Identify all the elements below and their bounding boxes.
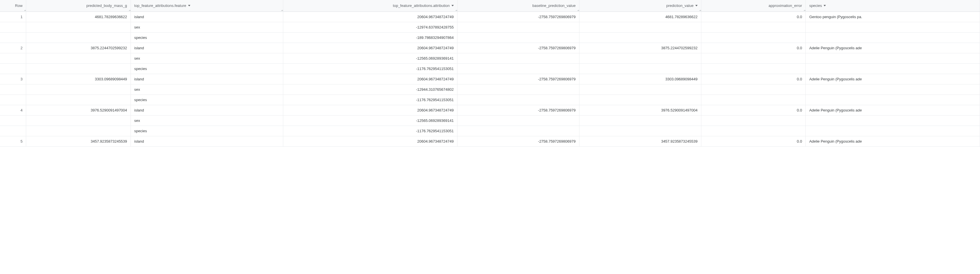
column-header-row[interactable]: Row (0, 0, 26, 11)
cell-attribution: -12565.069289369141 (283, 115, 457, 126)
cell-error (701, 53, 805, 63)
cell-prediction: 3303.09689098449 (579, 74, 701, 84)
cell-prediction (579, 126, 701, 136)
cell-baseline: -2758.7597269806979 (457, 136, 579, 146)
table-row: species -1176.7629541153051 (0, 126, 980, 136)
cell-feature: sex (130, 53, 283, 63)
header-label: top_feature_attributions.attribution (393, 3, 449, 8)
resize-handle[interactable] (281, 0, 283, 11)
cell-prediction: 3875.2244702599232 (579, 43, 701, 53)
header-label: top_feature_attributions.feature (134, 3, 186, 8)
header-label: approximation_error (768, 3, 802, 8)
cell-feature: species (130, 95, 283, 105)
sort-dropdown-icon[interactable] (188, 5, 190, 6)
table-row: sex -12565.069289369141 (0, 53, 980, 63)
cell-feature: island (130, 136, 283, 146)
table-header-row: Row predicted_body_mass_g top_feature_at… (0, 0, 980, 11)
cell-baseline: -2758.7597269806979 (457, 74, 579, 84)
cell-baseline (457, 53, 579, 63)
header-label: predicted_body_mass_g (86, 3, 127, 8)
cell-baseline (457, 22, 579, 32)
resize-handle[interactable] (577, 0, 579, 11)
cell-prediction (579, 95, 701, 105)
cell-attribution: 20604.967348724749 (283, 105, 457, 115)
cell-attribution: -1176.7629541153051 (283, 95, 457, 105)
cell-error: 0.0 (701, 11, 805, 22)
results-table: Row predicted_body_mass_g top_feature_at… (0, 0, 980, 147)
column-header-baseline[interactable]: baseline_prediction_value (457, 0, 579, 11)
resize-handle[interactable] (24, 0, 26, 11)
resize-handle[interactable] (128, 0, 130, 11)
cell-feature: sex (130, 22, 283, 32)
cell-baseline: -2758.7597269806979 (457, 105, 579, 115)
cell-feature: island (130, 11, 283, 22)
resize-handle[interactable] (803, 0, 805, 11)
cell-predicted-body-mass: 3303.09689098449 (26, 74, 130, 84)
cell-error (701, 63, 805, 74)
cell-prediction (579, 32, 701, 43)
table-row: 3 3303.09689098449 island 20604.96734872… (0, 74, 980, 84)
cell-row-number (0, 22, 26, 32)
column-header-prediction[interactable]: prediction_value (579, 0, 701, 11)
cell-predicted-body-mass (26, 84, 130, 95)
header-label: prediction_value (666, 3, 694, 8)
cell-error: 0.0 (701, 74, 805, 84)
table-row: 2 3875.2244702599232 island 20604.967348… (0, 43, 980, 53)
cell-species: Adelie Penguin (Pygoscelis ade (806, 43, 980, 53)
cell-error (701, 84, 805, 95)
cell-error: 0.0 (701, 105, 805, 115)
sort-dropdown-icon[interactable] (824, 5, 826, 6)
cell-feature: sex (130, 115, 283, 126)
cell-attribution: 20604.967348724749 (283, 43, 457, 53)
cell-attribution: -189.78683294907864 (283, 32, 457, 43)
cell-baseline (457, 95, 579, 105)
cell-predicted-body-mass (26, 126, 130, 136)
table-row: sex -12565.069289369141 (0, 115, 980, 126)
cell-attribution: 20604.967348724749 (283, 11, 457, 22)
cell-prediction: 4681.78289636622 (579, 11, 701, 22)
table-row: species -189.78683294907864 (0, 32, 980, 43)
cell-baseline (457, 32, 579, 43)
resize-handle[interactable] (455, 0, 457, 11)
cell-row-number (0, 84, 26, 95)
cell-predicted-body-mass: 3976.5290091497004 (26, 105, 130, 115)
cell-species (806, 32, 980, 43)
cell-predicted-body-mass (26, 32, 130, 43)
column-header-feature[interactable]: top_feature_attributions.feature (130, 0, 283, 11)
cell-error: 0.0 (701, 43, 805, 53)
cell-species (806, 53, 980, 63)
resize-handle[interactable] (699, 0, 701, 11)
cell-error (701, 115, 805, 126)
cell-predicted-body-mass: 4681.78289636622 (26, 11, 130, 22)
header-label: species (809, 3, 822, 8)
cell-baseline: -2758.7597269806979 (457, 11, 579, 22)
cell-row-number (0, 63, 26, 74)
cell-prediction: 3457.9235873245539 (579, 136, 701, 146)
cell-prediction: 3976.5290091497004 (579, 105, 701, 115)
cell-feature: species (130, 32, 283, 43)
table-row: 5 3457.9235873245539 island 20604.967348… (0, 136, 980, 146)
cell-prediction (579, 84, 701, 95)
table-row: species -1176.7629541153051 (0, 95, 980, 105)
cell-feature: species (130, 126, 283, 136)
column-header-species[interactable]: species (806, 0, 980, 11)
cell-species (806, 126, 980, 136)
cell-species (806, 115, 980, 126)
cell-predicted-body-mass (26, 22, 130, 32)
column-header-predicted-body-mass[interactable]: predicted_body_mass_g (26, 0, 130, 11)
column-header-attribution[interactable]: top_feature_attributions.attribution (283, 0, 457, 11)
cell-feature: island (130, 43, 283, 53)
sort-dropdown-icon[interactable] (452, 5, 454, 6)
cell-baseline (457, 63, 579, 74)
cell-attribution: -12974.637892428755 (283, 22, 457, 32)
cell-prediction (579, 53, 701, 63)
column-header-error[interactable]: approximation_error (701, 0, 805, 11)
table-row: sex -12944.310765674802 (0, 84, 980, 95)
cell-row-number: 5 (0, 136, 26, 146)
cell-species (806, 63, 980, 74)
cell-prediction (579, 22, 701, 32)
results-table-container: Row predicted_body_mass_g top_feature_at… (0, 0, 980, 147)
cell-species: Adelie Penguin (Pygoscelis ade (806, 105, 980, 115)
cell-species (806, 22, 980, 32)
sort-dropdown-icon[interactable] (695, 5, 698, 6)
